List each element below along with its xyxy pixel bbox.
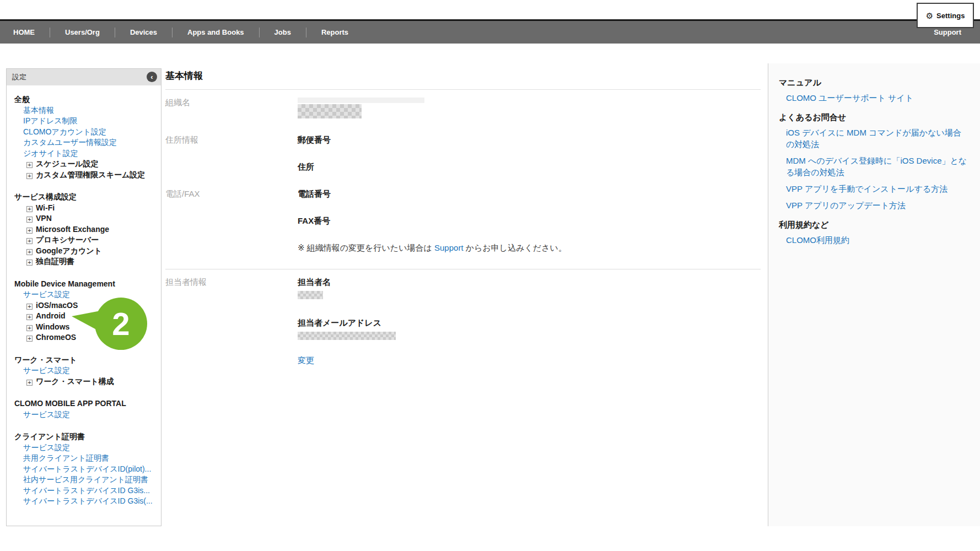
note-text-suffix: からお申し込みください。 [464,243,567,252]
expand-plus-icon[interactable]: + [26,380,33,386]
sidebar-item-google[interactable]: +Googleアカウント [11,246,157,257]
contact-row: 担当者情報 担当者名 担当者メールアドレス 変更 [165,277,761,366]
help-group-title-item: よくあるお問合せ [779,112,969,123]
basic-info-panel: 基本情報 組織名 住所情報 郵便番号 住所 電話/FAX 電話番号 FAX番号 … [165,69,761,366]
fax-number-label: FAX番号 [298,216,761,226]
sidebar-item-label: Windows [36,322,69,331]
sidebar-section-item: クライアント証明書サービス設定共用クライアント証明書サイバートラストデバイスID… [11,431,157,507]
expand-plus-icon[interactable]: + [26,336,33,342]
address-value-label: 住所 [298,162,761,172]
sidebar-item-3-1[interactable]: +ワーク・スマート構成 [11,376,157,387]
redacted-contact-name [298,291,323,299]
expand-plus-icon[interactable]: + [26,173,33,179]
expand-plus-icon[interactable]: + [26,314,33,320]
org-name-row: 組織名 [165,98,761,118]
sidebar-item-wi-fi[interactable]: +Wi-Fi [11,203,157,214]
phone-number-label: 電話番号 [298,189,761,199]
sidebar-item-label: Googleアカウント [36,246,102,255]
sidebar-item-microsoft-exchange[interactable]: +Microsoft Exchange [11,224,157,235]
sidebar-section-title-item: 全般 [11,94,157,105]
expand-plus-icon[interactable]: + [26,238,33,244]
sidebar-item-id-g3is[interactable]: サイバートラストデバイスID G3is(... [11,496,157,507]
nav-item-reports[interactable]: Reports [306,28,363,36]
org-name-label: 組織名 [165,98,298,118]
sidebar-item-label: カスタム管理権限スキーム設定 [36,170,145,179]
sidebar-item-3-0[interactable]: サービス設定 [11,365,157,376]
sidebar-item-label: ChromeOS [36,333,76,342]
nav-tab-settings[interactable]: ⚙ Settings [917,3,974,28]
redacted-contact-email [298,332,396,340]
help-group-title-item: 利用規約など [779,220,969,230]
expand-plus-icon[interactable]: + [26,206,33,212]
sidebar-item-0-0[interactable]: 基本情報 [11,105,157,116]
page-title: 基本情報 [165,69,761,90]
sidebar-item-vpn[interactable]: +VPN [11,213,157,224]
expand-plus-icon[interactable]: + [26,304,33,310]
expand-plus-icon[interactable]: + [26,162,33,168]
step-badge-number: 2 [112,305,130,342]
settings-tab-label: Settings [936,12,965,20]
nav-item-apps-and-books[interactable]: Apps and Books [173,28,259,36]
sidebar-item-2-0[interactable]: サービス設定 [11,289,157,300]
address-fields: 郵便番号 住所 [298,135,761,172]
nav-item-support[interactable]: Support [934,28,961,36]
contact-label: 担当者情報 [165,277,298,366]
contact-name-label: 担当者名 [298,277,761,288]
sidebar-item-clomo[interactable]: CLOMOアカウント設定 [11,127,157,138]
sidebar-section-title-clomo-mobile-app-portal: CLOMO MOBILE APP PORTAL [11,398,157,409]
sidebar-item-0-6[interactable]: +カスタム管理権限スキーム設定 [11,170,157,181]
help-link-ios-mdm[interactable]: iOS デバイスに MDM コマンドが届かない場合の対処法 [779,127,969,150]
help-link-clomo[interactable]: CLOMO利用規約 [779,234,969,246]
sidebar-item-ip[interactable]: IPアドレス制限 [11,116,157,127]
sidebar-item-label: VPN [36,214,52,223]
sidebar-item-5-1[interactable]: 共用クライアント証明書 [11,453,157,464]
org-change-note: ※ 組織情報の変更を行いたい場合は Support からお申し込みください。 [298,243,761,253]
sidebar-header-title: 設定 [12,72,26,82]
sidebar-section-title-item: サービス構成設定 [11,192,157,203]
sidebar-item-1-5[interactable]: +独自証明書 [11,256,157,267]
help-link-vpp[interactable]: VPP アプリのアップデート方法 [779,199,969,211]
sidebar-section-item: ワーク・スマートサービス設定+ワーク・スマート構成 [11,355,157,387]
org-name-value [298,98,761,118]
sidebar-item-5-0[interactable]: サービス設定 [11,442,157,453]
nav-menu: HOMEUsers/OrgDevicesApps and BooksJobsRe… [0,21,363,44]
section-divider [165,269,761,269]
sidebar-item-label: 独自証明書 [36,257,74,266]
sidebar-item-id-pilot[interactable]: サイバートラストデバイスID(pilot)... [11,464,157,475]
sidebar-item-0-3[interactable]: カスタムユーザー情報設定 [11,137,157,148]
nav-item-devices[interactable]: Devices [115,28,172,36]
sidebar-item-label: Wi-Fi [36,203,55,212]
help-link-clomo[interactable]: CLOMO ユーザーサポート サイト [779,92,969,104]
sidebar-item-0-4[interactable]: ジオサイト設定 [11,148,157,159]
sidebar-item-label: スケジュール設定 [36,159,99,168]
expand-plus-icon[interactable]: + [26,249,33,255]
sidebar-item-label: Microsoft Exchange [36,225,109,234]
sidebar-section-item: サービス構成設定+Wi-Fi+VPN+Microsoft Exchange+プロ… [11,192,157,267]
help-panel: マニュアルCLOMO ユーザーサポート サイトよくあるお問合せiOS デバイスに… [768,63,980,526]
change-link[interactable]: 変更 [298,355,314,366]
phone-fax-row: 電話/FAX 電話番号 FAX番号 [165,189,761,226]
nav-item-users-org[interactable]: Users/Org [50,28,115,36]
expand-plus-icon[interactable]: + [26,260,33,266]
nav-item-home[interactable]: HOME [13,28,50,36]
help-link-mdm-ios-device[interactable]: MDM へのデバイス登録時に「iOS Device」となる場合の対処法 [779,155,969,178]
support-link[interactable]: Support [434,243,464,252]
expand-plus-icon[interactable]: + [26,228,33,234]
sidebar-item-label: ワーク・スマート構成 [36,377,114,386]
settings-sidebar: 設定 ‹ 全般基本情報IPアドレス制限CLOMOアカウント設定カスタムユーザー情… [6,68,161,526]
sidebar-item-5-3[interactable]: 社内サービス用クライアント証明書 [11,474,157,485]
nav-item-jobs[interactable]: Jobs [260,28,306,36]
sidebar-item-label: Android [36,311,66,320]
expand-plus-icon[interactable]: + [26,325,33,331]
sidebar-section-title-mobile-device-management: Mobile Device Management [11,279,157,290]
sidebar-item-4-0[interactable]: サービス設定 [11,409,157,420]
contact-fields: 担当者名 担当者メールアドレス 変更 [298,277,761,366]
help-link-vpp[interactable]: VPP アプリを手動でインストールする方法 [779,183,969,195]
sidebar-item-label: プロキシサーバー [36,235,99,244]
expand-plus-icon[interactable]: + [26,217,33,223]
sidebar-nav-list: 全般基本情報IPアドレス制限CLOMOアカウント設定カスタムユーザー情報設定ジオ… [7,85,161,507]
sidebar-item-1-3[interactable]: +プロキシサーバー [11,235,157,246]
sidebar-item-0-5[interactable]: +スケジュール設定 [11,159,157,170]
sidebar-collapse-button[interactable]: ‹ [147,72,157,82]
sidebar-item-id-g3is[interactable]: サイバートラストデバイスID G3is... [11,485,157,496]
